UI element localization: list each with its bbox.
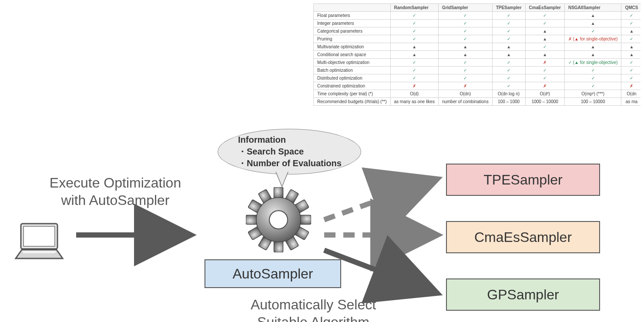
table-cell: ✓ <box>390 67 438 74</box>
feature-table: RandomSamplerGridSamplerTPESamplerCmaEsS… <box>313 3 641 106</box>
table-header: QMCS <box>621 4 641 12</box>
table-row: Recommended budgets (#trials) (**)as man… <box>314 98 641 106</box>
table-cell: ▲ <box>492 43 525 51</box>
table-cell: ✓ (▲ for single-objective) <box>564 59 621 67</box>
table-cell: O(dn log n) <box>492 90 525 98</box>
cmaessampler-label: CmaEsSampler <box>474 229 572 245</box>
table-cell: ▲ <box>492 51 525 59</box>
table-cell: ✓ <box>492 27 525 35</box>
arrows-out <box>320 161 459 309</box>
table-cell: ✓ <box>438 35 492 43</box>
table-cell: ✗ <box>525 59 564 67</box>
table-cell: ✓ <box>492 82 525 90</box>
table-header: RandomSampler <box>390 4 438 12</box>
table-cell: ✗ <box>438 82 492 90</box>
table-cell: ✓ <box>525 43 564 51</box>
table-header: NSGAIISampler <box>564 4 621 12</box>
table-row: Pruning✓✓✓▲✗ (▲ for single-objective)✓ <box>314 35 641 43</box>
table-cell: ✓ <box>438 74 492 82</box>
arrow-to-gp <box>324 250 433 292</box>
row-label: Pruning <box>314 35 391 43</box>
table-header: TPESampler <box>492 4 525 12</box>
table-cell: O(d) <box>390 90 438 98</box>
row-label: Multivariate optimization <box>314 43 391 51</box>
table-cell: ✓ <box>390 20 438 27</box>
table-cell: ▲ <box>621 43 641 51</box>
bubble-line1: ・Search Space <box>238 146 361 158</box>
table-cell: ✓ <box>438 59 492 67</box>
table-cell: ✓ <box>390 35 438 43</box>
table-cell: ▲ <box>564 43 621 51</box>
table-cell: as ma <box>621 98 641 106</box>
table-cell: ✓ <box>492 59 525 67</box>
row-label: Float parameters <box>314 12 391 20</box>
table-cell: ▲ <box>564 12 621 20</box>
table-header: GridSampler <box>438 4 492 12</box>
table-cell: ✓ <box>621 35 641 43</box>
table-cell: ▲ <box>525 51 564 59</box>
svg-marker-3 <box>22 251 57 253</box>
table-row: Multi-objective optimization✓✓✓✗✓ (▲ for… <box>314 59 641 67</box>
bubble-tail <box>276 171 288 186</box>
table-cell: ▲ <box>525 27 564 35</box>
table-cell: ✗ <box>525 82 564 90</box>
table-cell: 100 – 1000 <box>492 98 525 106</box>
table-cell: ▲ <box>564 20 621 27</box>
table-cell: ▲ <box>390 51 438 59</box>
table-cell: ✓ <box>564 74 621 82</box>
table-cell: ✓ <box>621 12 641 20</box>
table-cell: O(mp²) (***) <box>564 90 621 98</box>
exec-line2: with AutoSampler <box>61 192 169 208</box>
row-label: Constrained optimization <box>314 82 391 90</box>
table-cell: ✓ <box>525 20 564 27</box>
table-cell: 1000 – 10000 <box>525 98 564 106</box>
row-label: Distributed optimization <box>314 74 391 82</box>
table-cell: ✓ <box>525 12 564 20</box>
table-cell: ✗ (▲ for single-objective) <box>564 35 621 43</box>
gpsampler-label: GPSampler <box>487 287 559 303</box>
table-row: Time complexity (per trial) (*)O(d)O(dn)… <box>314 90 641 98</box>
table-cell: ✓ <box>492 20 525 27</box>
table-cell: ✓ <box>438 67 492 74</box>
gpsampler-box: GPSampler <box>446 278 600 311</box>
laptop-icon <box>13 222 65 263</box>
table-cell: ▲ <box>390 43 438 51</box>
table-cell: ✓ <box>525 74 564 82</box>
cmaessampler-box: CmaEsSampler <box>446 221 600 253</box>
table-cell: ✗ <box>390 82 438 90</box>
table-cell: O(dn <box>621 90 641 98</box>
row-label: Multi-objective optimization <box>314 59 391 67</box>
table-cell: 100 – 10000 <box>564 98 621 106</box>
table-cell: ✓ <box>390 12 438 20</box>
table-cell: ▲ <box>564 51 621 59</box>
svg-rect-1 <box>23 226 55 246</box>
exec-caption: Execute Optimization with AutoSampler <box>44 174 187 209</box>
table-row: Conditional search space▲▲▲▲▲▲ <box>314 51 641 59</box>
feature-table-wrap: RandomSamplerGridSamplerTPESamplerCmaEsS… <box>313 3 641 106</box>
table-cell: as many as one likes <box>390 98 438 106</box>
table-row: Categorical parameters✓✓✓▲✓▲ <box>314 27 641 35</box>
table-cell: ✓ <box>564 27 621 35</box>
table-cell: ✓ <box>492 12 525 20</box>
bubble-title: Information <box>238 134 361 146</box>
row-label: Time complexity (per trial) (*) <box>314 90 391 98</box>
table-cell: ✓ <box>492 74 525 82</box>
select-line2: Suitable Algorithm <box>257 314 369 322</box>
tpesampler-box: TPESampler <box>446 164 600 196</box>
tpesampler-label: TPESampler <box>483 172 562 188</box>
arrow-to-tpe <box>324 181 433 220</box>
arrow-exec <box>76 222 202 248</box>
exec-line1: Execute Optimization <box>50 175 181 191</box>
table-cell: ▲ <box>438 51 492 59</box>
table-cell: ✓ <box>621 20 641 27</box>
table-cell: ✓ <box>390 74 438 82</box>
table-cell: ✓ <box>621 74 641 82</box>
table-cell: ✓ <box>438 27 492 35</box>
table-row: Batch optimization✓✓✓✓✓✓ <box>314 67 641 74</box>
table-cell: ✗ <box>621 82 641 90</box>
svg-point-7 <box>269 211 288 229</box>
table-cell: ✓ <box>621 67 641 74</box>
svg-rect-5 <box>274 187 283 199</box>
autosampler-label: AutoSampler <box>233 266 313 282</box>
table-row: Float parameters✓✓✓✓▲✓ <box>314 12 641 20</box>
